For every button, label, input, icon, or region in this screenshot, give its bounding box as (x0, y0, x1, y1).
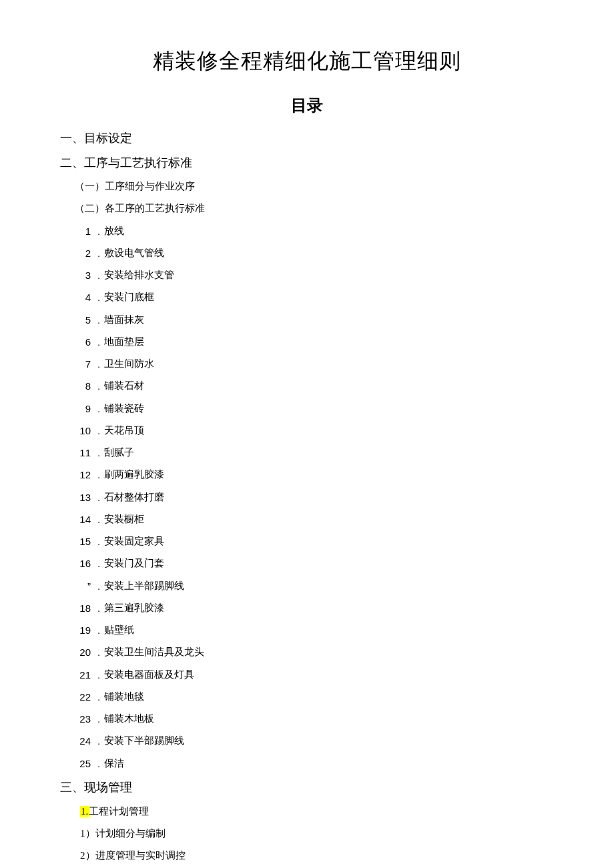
toc-item-text: 墙面抹灰 (104, 310, 144, 330)
toc-item-text: 铺装地毯 (104, 687, 144, 707)
toc-item-text: 刷两遍乳胶漆 (104, 465, 164, 484)
toc-item-number: 9 (75, 399, 91, 418)
toc-item-text: 安装门及门套 (104, 554, 164, 573)
toc-item-text: 安装下半部踢脚线 (104, 731, 184, 751)
toc-item: 10.天花吊顶 (75, 421, 554, 440)
toc-item: 18.第三遍乳胶漆 (75, 598, 554, 618)
section-2-1: （一）工序细分与作业次序 (75, 177, 554, 196)
toc-item: 13.石材整体打磨 (75, 488, 554, 507)
toc-item: 9.铺装瓷砖 (75, 399, 554, 418)
doc-subtitle: 目录 (60, 95, 554, 116)
toc-item-dot: . (97, 620, 100, 640)
toc-item-dot: . (97, 665, 100, 685)
toc-item-number: 25 (75, 754, 91, 773)
toc-item-number: 2 (75, 244, 91, 263)
toc-item-number: 12 (75, 465, 91, 484)
toc-item-number: 21 (75, 665, 91, 685)
toc-item: 4.安装门底框 (75, 288, 554, 307)
toc-item-number: 7 (75, 354, 91, 374)
toc-item: 15.安装固定家具 (75, 532, 554, 551)
toc-item-dot: . (97, 532, 100, 551)
toc-item-text: 安装给排水支管 (104, 266, 174, 285)
toc-item-text: 卫生间防水 (104, 354, 154, 374)
toc-item-number: 16 (75, 554, 91, 573)
toc-item: 11.刮腻子 (75, 443, 554, 462)
toc-item-number: 6 (75, 332, 91, 352)
toc-item-dot: . (97, 687, 100, 707)
toc-item-number: 13 (75, 488, 91, 507)
toc-item-number: 23 (75, 709, 91, 729)
toc-item-dot: . (97, 554, 100, 573)
toc-item-number: 1 (75, 222, 91, 241)
section-3-1-1: 1）计划细分与编制 (80, 824, 554, 843)
section-3-1-2: 2）进度管理与实时调控 (80, 846, 554, 865)
toc-item-text: 刮腻子 (104, 443, 134, 462)
toc-item-number: 24 (75, 731, 91, 751)
toc-item-dot: . (97, 642, 100, 662)
toc-item-dot: . (97, 332, 100, 352)
toc-item-number: 4 (75, 288, 91, 307)
toc-item-text: 地面垫层 (104, 332, 144, 352)
toc-item-number: ” (75, 576, 91, 596)
toc-item-text: 贴壁纸 (104, 620, 134, 640)
toc-item-text: 安装电器面板及灯具 (104, 665, 194, 685)
toc-item-number: 10 (75, 421, 91, 440)
document-page: 精装修全程精细化施工管理细则 目录 一、目标设定 二、工序与工艺执行标准 （一）… (0, 0, 614, 868)
toc-item-text: 安装固定家具 (104, 532, 164, 551)
toc-item-dot: . (97, 376, 100, 396)
toc-item-number: 19 (75, 620, 91, 640)
toc-item-number: 11 (75, 443, 91, 462)
toc-item: 16.安装门及门套 (75, 554, 554, 573)
toc-item: 25.保洁 (75, 754, 554, 773)
toc-item: 21.安装电器面板及灯具 (75, 665, 554, 685)
section-3-1: 1.工程计划管理 (80, 802, 554, 821)
toc-item-text: 铺装木地板 (104, 709, 154, 729)
toc-item-text: 石材整体打磨 (104, 488, 164, 507)
toc-item-dot: . (97, 399, 100, 418)
toc-item-dot: . (97, 354, 100, 374)
toc-item-dot: . (97, 709, 100, 729)
toc-item: 1.放线 (75, 222, 554, 241)
toc-item-dot: . (97, 421, 100, 440)
toc-item-number: 22 (75, 687, 91, 707)
toc-item-dot: . (97, 488, 100, 507)
doc-title: 精装修全程精细化施工管理细则 (60, 47, 554, 76)
toc-item-number: 18 (75, 598, 91, 618)
toc-item-text: 安装橱柜 (104, 510, 144, 529)
highlight-marker: 1. (80, 806, 89, 817)
toc-item-number: 20 (75, 642, 91, 662)
section-3: 三、现场管理 (60, 777, 554, 798)
toc-item-dot: . (97, 510, 100, 529)
toc-item: 12.刷两遍乳胶漆 (75, 465, 554, 484)
toc-item-text: 放线 (104, 222, 124, 241)
toc-item-text: 安装上半部踢脚线 (104, 576, 184, 596)
toc-item: ”.安装上半部踢脚线 (75, 576, 554, 596)
toc-item: 3.安装给排水支管 (75, 266, 554, 285)
toc-item: 6.地面垫层 (75, 332, 554, 352)
toc-item: 8.铺装石材 (75, 376, 554, 396)
toc-item-dot: . (97, 731, 100, 751)
toc-item-dot: . (97, 443, 100, 462)
toc-item: 7.卫生间防水 (75, 354, 554, 374)
toc-item-dot: . (97, 576, 100, 596)
toc-item-dot: . (97, 222, 100, 241)
toc-item-text: 敷设电气管线 (104, 244, 164, 263)
toc-item-text: 安装门底框 (104, 288, 154, 307)
toc-item-text: 天花吊顶 (104, 421, 144, 440)
section-1: 一、目标设定 (60, 128, 554, 149)
toc-item: 23.铺装木地板 (75, 709, 554, 729)
toc-item: 20.安装卫生间洁具及龙头 (75, 642, 554, 662)
toc-item: 24.安装下半部踢脚线 (75, 731, 554, 751)
toc-item: 14.安装橱柜 (75, 510, 554, 529)
toc-items: 1.放线2.敷设电气管线3.安装给排水支管4.安装门底框5.墙面抹灰6.地面垫层… (60, 222, 554, 773)
toc-item-dot: . (97, 465, 100, 484)
toc-item-dot: . (97, 598, 100, 618)
toc-item-number: 8 (75, 376, 91, 396)
toc-item-dot: . (97, 754, 100, 773)
toc-item-text: 安装卫生间洁具及龙头 (104, 642, 204, 662)
section-3-1-text: 工程计划管理 (89, 806, 149, 817)
toc-item-text: 保洁 (104, 754, 124, 773)
toc-item-number: 15 (75, 532, 91, 551)
toc-item: 5.墙面抹灰 (75, 310, 554, 330)
toc-item-text: 铺装瓷砖 (104, 399, 144, 418)
